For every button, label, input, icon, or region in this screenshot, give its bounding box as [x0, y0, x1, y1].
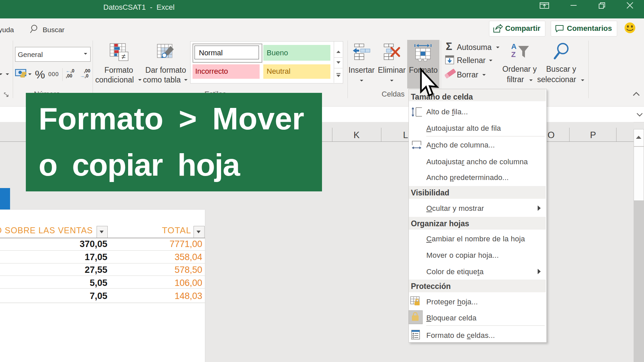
svg-text:≠: ≠: [121, 52, 125, 61]
